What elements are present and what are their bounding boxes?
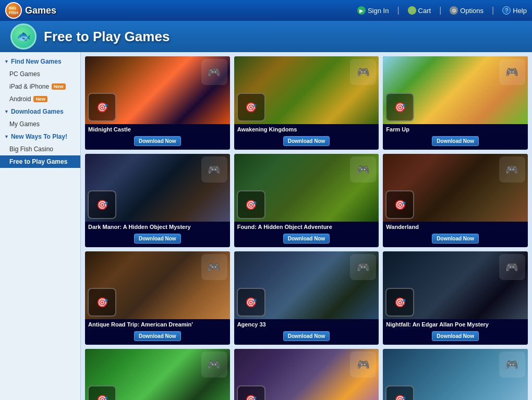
sidebar-item-free-to-play[interactable]: Free to Play Games	[0, 155, 80, 168]
game-art-icon: 🎮	[201, 351, 227, 378]
thumb-bg: 🎮 🎯	[85, 56, 230, 124]
game-art-icon: 🎮	[499, 156, 525, 183]
download-button-nightfall[interactable]: Download Now	[432, 331, 479, 341]
download-button-awakening-kingdoms[interactable]: Download Now	[283, 136, 330, 146]
game-icon-badge: 🎯	[237, 288, 265, 317]
game-art-icon: 🎮	[201, 254, 227, 280]
download-button-dark-manor[interactable]: Download Now	[134, 234, 181, 244]
game-footer-midnight-castle: Download Now	[85, 134, 230, 150]
logo-area: BIGFISH Games	[5, 2, 56, 19]
game-footer-agency-33: Download Now	[234, 329, 379, 345]
game-art-icon: 🎮	[499, 59, 525, 85]
thumb-bg: 🎮 🎯	[85, 251, 230, 319]
cart-button[interactable]: 🛒 Cart	[408, 6, 431, 15]
game-thumb-midnight-castle: 🎮 🎯	[85, 56, 230, 124]
sidebar-section-download[interactable]: ▼ Download Games	[0, 105, 80, 118]
game-icon-badge: 🎯	[88, 93, 116, 122]
game-art-icon: 🎮	[201, 59, 227, 85]
download-button-wanderland[interactable]: Download Now	[432, 234, 479, 244]
game-art-icon: 🎮	[350, 156, 376, 183]
game-info-found: Found: A Hidden Object Adventure	[234, 222, 379, 231]
game-card-relic-rescue[interactable]: 🎮 🎯 Relic Rescue Download Now	[234, 349, 379, 400]
header-nav: ▶ Sign In | 🛒 Cart | ⚙ Options | ? Help	[357, 6, 527, 15]
game-card-agency-33[interactable]: 🎮 🎯 Agency 33 Download Now	[234, 251, 379, 345]
sidebar: ▼ Find New Games PC Games iPad & iPhone …	[0, 52, 81, 400]
download-button-farm-up[interactable]: Download Now	[432, 136, 479, 146]
thumb-bg: 🎮 🎯	[234, 251, 379, 319]
game-info-wanderland: Wanderland	[383, 222, 528, 231]
game-card-found[interactable]: 🎮 🎯 Found: A Hidden Object Adventure Dow…	[234, 154, 379, 247]
game-title-awakening-kingdoms: Awakening Kingdoms	[237, 126, 376, 132]
signin-button[interactable]: ▶ Sign In	[357, 6, 389, 15]
game-card-awakening-kingdoms[interactable]: 🎮 🎯 Awakening Kingdoms Download Now	[234, 56, 379, 150]
game-footer-farm-up: Download Now	[383, 134, 528, 150]
thumb-bg: 🎮 🎯	[85, 349, 230, 400]
download-button-agency-33[interactable]: Download Now	[283, 331, 330, 341]
game-icon-badge: 🎯	[385, 288, 414, 317]
header: BIGFISH Games ▶ Sign In | 🛒 Cart | ⚙ Opt…	[0, 0, 532, 21]
game-info-midnight-castle: Midnight Castle	[85, 124, 230, 134]
chevron-down-icon: ▼	[4, 134, 9, 139]
game-info-antique-road-trip: Antique Road Trip: American Dreamin'	[85, 319, 230, 329]
game-card-antique-road-trip[interactable]: 🎮 🎯 Antique Road Trip: American Dreamin'…	[85, 251, 230, 345]
game-thumb-bush-whacker-2: 🎮 🎯	[85, 349, 230, 400]
game-title-agency-33: Agency 33	[237, 321, 376, 328]
game-card-farm-up[interactable]: 🎮 🎯 Farm Up Download Now	[383, 56, 528, 150]
game-art-icon: 🎮	[499, 351, 525, 378]
site-title: Games	[25, 5, 56, 16]
new-badge-ipad: New	[52, 83, 66, 90]
thumb-bg: 🎮 🎯	[383, 251, 528, 319]
content-area: 🎮 🎯 Midnight Castle Download Now 🎮 🎯 Awa…	[81, 52, 532, 400]
game-icon-badge: 🎯	[237, 385, 265, 400]
options-button[interactable]: ⚙ Options	[450, 6, 483, 15]
sidebar-section-new-ways[interactable]: ▼ New Ways To Play!	[0, 130, 80, 143]
options-icon: ⚙	[450, 6, 458, 15]
download-button-antique-road-trip[interactable]: Download Now	[134, 331, 181, 341]
sidebar-item-big-fish-casino[interactable]: Big Fish Casino	[0, 143, 80, 155]
game-thumb-nightfall: 🎮 🎯	[383, 251, 528, 319]
game-info-awakening-kingdoms: Awakening Kingdoms	[234, 124, 379, 134]
sidebar-item-ipad-iphone[interactable]: iPad & iPhone New	[0, 80, 80, 93]
game-card-bush-whacker-2[interactable]: 🎮 🎯 Bush Whacker 2 Download Now	[85, 349, 230, 400]
game-thumb-dark-manor: 🎮 🎯	[85, 154, 230, 222]
game-thumb-found: 🎮 🎯	[234, 154, 379, 222]
game-info-farm-up: Farm Up	[383, 124, 528, 134]
page-title-bar: 🐟 Free to Play Games	[0, 21, 532, 52]
download-button-found[interactable]: Download Now	[283, 234, 330, 244]
game-info-agency-33: Agency 33	[234, 319, 379, 329]
sidebar-section-find-new[interactable]: ▼ Find New Games	[0, 55, 80, 68]
game-card-midnight-castle[interactable]: 🎮 🎯 Midnight Castle Download Now	[85, 56, 230, 150]
thumb-bg: 🎮 🎯	[85, 154, 230, 222]
game-thumb-world-mosaics-chroma: 🎮 🎯	[383, 349, 528, 400]
game-card-nightfall[interactable]: 🎮 🎯 Nightfall: An Edgar Allan Poe Myster…	[383, 251, 528, 345]
game-card-world-mosaics-chroma[interactable]: 🎮 🎯 World Mosaics Chroma Download Now	[383, 349, 528, 400]
game-icon-badge: 🎯	[88, 190, 116, 219]
sidebar-item-my-games[interactable]: My Games	[0, 118, 80, 130]
game-title-dark-manor: Dark Manor: A Hidden Object Mystery	[88, 224, 227, 230]
game-title-found: Found: A Hidden Object Adventure	[237, 224, 376, 230]
game-card-dark-manor[interactable]: 🎮 🎯 Dark Manor: A Hidden Object Mystery …	[85, 154, 230, 247]
game-footer-dark-manor: Download Now	[85, 231, 230, 247]
thumb-bg: 🎮 🎯	[383, 56, 528, 124]
logo-icon: BIGFISH	[5, 2, 22, 19]
new-badge-android: New	[33, 96, 47, 102]
chevron-down-icon: ▼	[4, 59, 9, 64]
help-icon: ?	[502, 6, 511, 15]
game-title-midnight-castle: Midnight Castle	[88, 126, 227, 132]
game-info-dark-manor: Dark Manor: A Hidden Object Mystery	[85, 222, 230, 231]
main-layout: ▼ Find New Games PC Games iPad & iPhone …	[0, 52, 532, 400]
game-title-wanderland: Wanderland	[386, 224, 525, 230]
game-thumb-farm-up: 🎮 🎯	[383, 56, 528, 124]
thumb-bg: 🎮 🎯	[383, 154, 528, 222]
game-title-farm-up: Farm Up	[386, 126, 525, 132]
game-art-icon: 🎮	[350, 254, 376, 280]
sidebar-item-pc-games[interactable]: PC Games	[0, 68, 80, 80]
game-card-wanderland[interactable]: 🎮 🎯 Wanderland Download Now	[383, 154, 528, 247]
download-button-midnight-castle[interactable]: Download Now	[134, 136, 181, 146]
game-icon-badge: 🎯	[237, 93, 265, 122]
chevron-down-icon: ▼	[4, 109, 9, 114]
game-icon-badge: 🎯	[385, 93, 414, 122]
sidebar-item-android[interactable]: Android New	[0, 93, 80, 105]
help-button[interactable]: ? Help	[502, 6, 527, 15]
game-footer-nightfall: Download Now	[383, 329, 528, 345]
